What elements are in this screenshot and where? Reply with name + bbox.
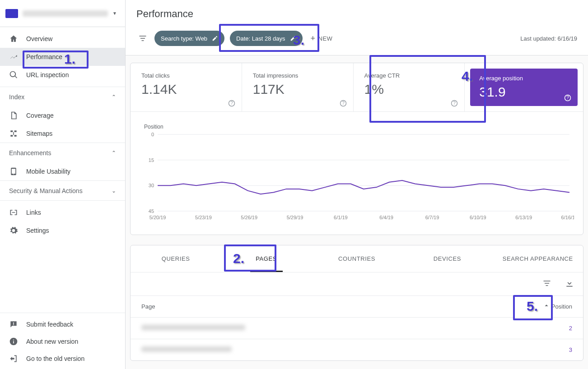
sidebar-item-performance[interactable]: Performance	[0, 48, 125, 66]
chevron-down-icon: ▼	[112, 11, 117, 16]
nav-group-main: Overview Performance URL inspection	[0, 27, 125, 87]
download-icon[interactable]	[565, 279, 574, 289]
svg-text:6/16/19: 6/16/19	[561, 215, 574, 220]
chip-label: Search type: Web	[161, 35, 207, 42]
sidebar-item-about[interactable]: About new version	[0, 333, 125, 350]
metric-label: Average position	[479, 75, 569, 82]
svg-text:?: ?	[342, 101, 345, 106]
feedback-icon	[9, 320, 18, 329]
tab-search-appearance[interactable]: SEARCH APPEARANCE	[493, 245, 583, 272]
help-icon[interactable]: ?	[564, 94, 571, 101]
main: Performance Search type: Web Date: Last …	[126, 0, 588, 369]
property-favicon	[5, 9, 18, 18]
tab-label: DEVICES	[434, 255, 461, 262]
property-label	[23, 10, 108, 17]
content-scroll[interactable]: Total clicks 1.14K ? Total impressions 1…	[126, 55, 588, 369]
section-header-index[interactable]: Index ⌃	[0, 87, 125, 106]
sidebar-item-feedback[interactable]: Submit feedback	[0, 316, 125, 333]
sort-asc-icon	[543, 304, 550, 310]
sidebar-item-settings[interactable]: Settings	[0, 221, 125, 240]
svg-text:0: 0	[151, 132, 154, 137]
svg-text:15: 15	[149, 157, 154, 163]
table-row[interactable]: 2	[131, 317, 583, 339]
tab-label: COUNTRIES	[338, 255, 375, 262]
sidebar-item-label: Go to the old version	[26, 355, 84, 362]
help-icon[interactable]: ?	[451, 100, 458, 107]
section-header-security[interactable]: Security & Manual Actions ⌄	[0, 180, 125, 200]
mobile-icon	[9, 167, 18, 176]
svg-text:?: ?	[566, 95, 569, 100]
svg-text:6/7/19: 6/7/19	[425, 215, 439, 220]
sidebar-item-label: Sitemaps	[26, 130, 52, 137]
metric-label: Total impressions	[253, 72, 342, 79]
chip-label: Date: Last 28 days	[236, 35, 285, 42]
tab-label: QUERIES	[162, 255, 190, 262]
svg-text:45: 45	[149, 208, 154, 214]
tab-devices[interactable]: DEVICES	[402, 245, 492, 272]
column-header-position[interactable]: Position	[518, 303, 572, 310]
section-title: Security & Manual Actions	[9, 187, 83, 194]
table-header: Page Position	[131, 295, 583, 317]
filter-icon[interactable]	[136, 32, 149, 45]
sidebar-item-label: URL inspection	[26, 71, 69, 78]
cell-position: 3	[518, 346, 572, 353]
results-card: QUERIES PAGES COUNTRIES DEVICES SEARCH A…	[130, 245, 583, 361]
svg-text:?: ?	[453, 101, 456, 106]
filter-icon[interactable]	[542, 279, 551, 289]
exit-icon	[9, 354, 18, 363]
tab-queries[interactable]: QUERIES	[131, 245, 221, 272]
sidebar-item-mobile-usability[interactable]: Mobile Usability	[0, 162, 125, 180]
chip-date-range[interactable]: Date: Last 28 days	[230, 31, 302, 46]
new-label: NEW	[318, 35, 333, 42]
svg-text:5/29/19: 5/29/19	[287, 215, 303, 220]
chart-area: Position 01530455/20/195/23/195/26/195/2…	[131, 112, 583, 235]
results-tabs: QUERIES PAGES COUNTRIES DEVICES SEARCH A…	[131, 245, 583, 272]
metric-label: Total clicks	[141, 72, 231, 79]
cell-page	[141, 325, 518, 332]
sidebar-item-label: Overview	[26, 35, 52, 42]
search-icon	[9, 70, 18, 79]
chip-search-type[interactable]: Search type: Web	[154, 31, 224, 46]
section-title: Enhancements	[9, 149, 51, 157]
last-updated: Last updated: 6/16/19	[520, 35, 577, 42]
svg-text:5/26/19: 5/26/19	[241, 215, 257, 220]
metric-total-impressions[interactable]: Total impressions 117K ?	[242, 63, 354, 111]
page-title: Performance	[136, 8, 193, 20]
sidebar-item-label: Settings	[26, 227, 49, 234]
links-icon	[9, 208, 18, 217]
metrics-row: Total clicks 1.14K ? Total impressions 1…	[131, 63, 583, 112]
sidebar-footer: Submit feedback About new version Go to …	[0, 313, 125, 369]
sidebar-item-label: Performance	[26, 53, 62, 60]
sidebar-item-coverage[interactable]: Coverage	[0, 106, 125, 125]
metric-total-clicks[interactable]: Total clicks 1.14K ?	[131, 63, 242, 111]
svg-text:30: 30	[149, 183, 154, 188]
home-icon	[9, 34, 18, 43]
column-header-page[interactable]: Page	[141, 303, 518, 310]
sidebar-item-overview[interactable]: Overview	[0, 30, 125, 48]
svg-text:6/4/19: 6/4/19	[379, 215, 393, 220]
pencil-icon	[212, 35, 218, 42]
help-icon[interactable]: ?	[340, 100, 347, 107]
help-icon[interactable]: ?	[228, 100, 235, 107]
metric-value: 1%	[364, 82, 454, 97]
tab-countries[interactable]: COUNTRIES	[312, 245, 402, 272]
table-row[interactable]: 3	[131, 339, 583, 360]
svg-text:5/23/19: 5/23/19	[195, 215, 212, 220]
metric-average-ctr[interactable]: Average CTR 1% ?	[354, 63, 465, 111]
sidebar-item-label: Mobile Usability	[26, 168, 70, 175]
svg-text:?: ?	[230, 101, 233, 106]
property-selector[interactable]: ▼	[0, 0, 125, 27]
metric-value: 1.14K	[141, 82, 231, 97]
section-header-enhancements[interactable]: Enhancements ⌃	[0, 143, 125, 162]
metric-average-position[interactable]: Average position 31.9 ?	[470, 69, 578, 106]
add-filter-button[interactable]: + NEW	[308, 35, 333, 42]
sidebar-item-old-version[interactable]: Go to the old version	[0, 350, 125, 367]
pencil-icon	[290, 35, 296, 42]
coverage-icon	[9, 111, 18, 120]
table-toolbar	[131, 272, 583, 295]
sidebar-item-url-inspection[interactable]: URL inspection	[0, 66, 125, 84]
trend-icon	[9, 52, 18, 61]
tab-pages[interactable]: PAGES	[221, 245, 311, 272]
sidebar-item-sitemaps[interactable]: Sitemaps	[0, 125, 125, 143]
sidebar-item-links[interactable]: Links	[0, 203, 125, 221]
